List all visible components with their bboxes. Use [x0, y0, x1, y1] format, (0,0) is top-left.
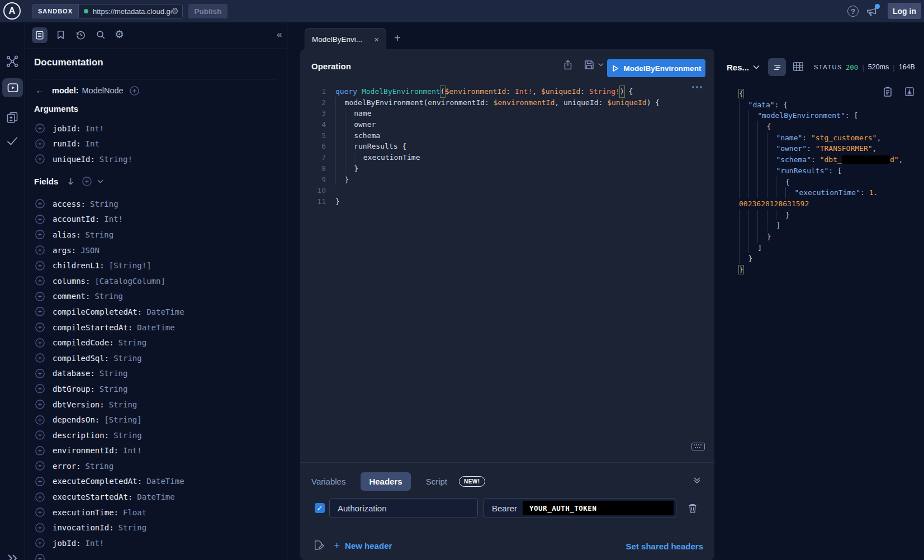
tab-script[interactable]: Script — [426, 477, 447, 486]
add-all-fields-plus-icon[interactable] — [82, 177, 92, 186]
circle-plus-icon[interactable] — [35, 353, 45, 363]
save-operation-icon[interactable] — [583, 59, 595, 71]
circle-plus-icon[interactable] — [35, 245, 45, 255]
circle-plus-icon[interactable] — [35, 461, 45, 471]
operation-collections-icon[interactable] — [6, 111, 19, 124]
doc-field-row[interactable]: accountId:Int! — [35, 212, 287, 227]
edit-headers-file-icon[interactable] — [312, 539, 325, 552]
delete-header-trash-icon[interactable] — [687, 502, 698, 514]
doc-field-row[interactable]: database:String — [35, 366, 287, 382]
code-line[interactable]: 1query ModelByEnvironment($environmentId… — [300, 86, 714, 97]
circle-plus-icon[interactable] — [35, 554, 45, 560]
help-icon[interactable]: ? — [847, 6, 859, 17]
table-view-toggle-icon[interactable] — [792, 60, 806, 74]
circle-plus-icon[interactable] — [35, 446, 45, 455]
new-tab-plus-icon[interactable]: + — [394, 32, 401, 45]
checks-icon[interactable] — [6, 134, 19, 148]
doc-field-row[interactable]: comment:String — [35, 289, 287, 305]
circle-plus-icon[interactable] — [35, 322, 45, 332]
collapse-panel-icon[interactable]: « — [277, 29, 282, 41]
code-line[interactable]: 10 — [300, 185, 714, 196]
fields-menu-chevron-icon[interactable] — [97, 179, 103, 183]
doc-field-row[interactable]: args:JSON — [35, 243, 287, 258]
doc-field-row[interactable]: alias:String — [35, 227, 287, 243]
collapse-bottom-panel-icon[interactable] — [693, 476, 701, 484]
doc-field-row[interactable]: jobId:Int! — [35, 121, 287, 136]
code-line[interactable]: 9} — [300, 174, 714, 186]
circle-plus-icon[interactable] — [35, 477, 45, 486]
circle-plus-icon[interactable] — [130, 86, 139, 96]
operation-tab[interactable]: ModelByEnvi... × — [305, 28, 386, 50]
run-operation-button[interactable]: ModelByEnvironment — [607, 59, 705, 77]
doc-field-row[interactable]: childrenL1:[String!] — [35, 258, 287, 273]
header-key-input[interactable]: Authorization — [329, 498, 478, 518]
doc-field-row[interactable]: dbtGroup:String — [35, 381, 287, 397]
circle-plus-icon[interactable] — [35, 199, 45, 208]
doc-field-row[interactable] — [35, 551, 287, 560]
code-line[interactable]: 8} — [300, 163, 714, 174]
apollo-logo-icon[interactable]: A — [3, 2, 21, 20]
code-line[interactable]: 3name — [300, 108, 714, 119]
back-arrow-icon[interactable]: ← — [35, 85, 45, 96]
circle-plus-icon[interactable] — [35, 139, 45, 149]
tab-variables[interactable]: Variables — [311, 477, 345, 486]
code-line[interactable]: 6runResults { — [300, 141, 714, 152]
endpoint-settings-gear-icon[interactable]: ⚙ — [172, 6, 179, 16]
doc-field-row[interactable]: compiledSql:String — [35, 350, 287, 366]
circle-plus-icon[interactable] — [35, 261, 45, 270]
documentation-tab-active[interactable] — [32, 27, 48, 43]
response-title[interactable]: Res... — [727, 63, 749, 72]
pretty-view-toggle-active[interactable] — [768, 58, 786, 76]
doc-field-row[interactable]: compileCompletedAt:DateTime — [35, 304, 287, 320]
header-enabled-checkbox[interactable]: ✓ — [315, 503, 325, 513]
set-shared-headers-link[interactable]: Set shared headers — [626, 542, 703, 551]
new-header-button[interactable]: + New header — [334, 539, 392, 552]
history-icon[interactable] — [75, 30, 87, 41]
doc-field-row[interactable]: dbtVersion:String — [35, 397, 287, 412]
circle-plus-icon[interactable] — [35, 507, 45, 517]
search-icon[interactable] — [96, 30, 107, 41]
doc-field-row[interactable]: executionTime:Float — [35, 505, 287, 520]
login-button[interactable]: Log in — [888, 3, 921, 19]
circle-plus-icon[interactable] — [35, 400, 45, 409]
code-line[interactable]: 5schema — [300, 130, 714, 141]
circle-plus-icon[interactable] — [35, 276, 45, 286]
circle-plus-icon[interactable] — [35, 538, 45, 548]
circle-plus-icon[interactable] — [35, 369, 45, 378]
auth-token-value[interactable]: YOUR_AUTH_TOKEN — [523, 501, 674, 515]
circle-plus-icon[interactable] — [35, 384, 45, 393]
download-response-icon[interactable] — [904, 86, 915, 97]
circle-plus-icon[interactable] — [35, 215, 45, 224]
header-value-input[interactable]: Bearer YOUR_AUTH_TOKEN — [484, 498, 676, 518]
circle-plus-icon[interactable] — [35, 292, 45, 301]
breadcrumb-type[interactable]: ModelNode — [82, 86, 124, 95]
add-field-plus-icon[interactable] — [130, 86, 139, 96]
code-line[interactable]: 7executionTime — [300, 152, 714, 163]
doc-field-row[interactable]: compileStartedAt:DateTime — [35, 320, 287, 335]
doc-field-row[interactable]: executeCompletedAt:DateTime — [35, 474, 287, 490]
close-tab-icon[interactable]: × — [374, 35, 379, 44]
circle-plus-icon[interactable] — [35, 338, 45, 348]
doc-field-row[interactable]: runId:Int — [35, 136, 287, 152]
doc-field-row[interactable]: compiledCode:String — [35, 335, 287, 350]
circle-plus-icon[interactable] — [35, 430, 45, 440]
tab-headers[interactable]: Headers — [361, 472, 410, 491]
share-operation-icon[interactable] — [562, 59, 574, 71]
code-line[interactable]: 11} — [300, 196, 714, 207]
announcements-megaphone-icon[interactable] — [865, 5, 879, 17]
response-dropdown-chevron-icon[interactable] — [753, 65, 760, 69]
circle-plus-icon[interactable] — [82, 177, 92, 186]
doc-field-row[interactable]: access:String — [35, 196, 287, 212]
circle-plus-icon[interactable] — [35, 415, 45, 425]
doc-field-row[interactable]: columns:[CatalogColumn] — [35, 273, 287, 289]
explorer-nav-active[interactable] — [2, 78, 23, 97]
doc-field-row[interactable]: jobId:Int! — [35, 535, 287, 551]
doc-field-row[interactable]: uniqueId:String! — [35, 151, 287, 167]
sort-fields-icon[interactable] — [67, 177, 75, 186]
circle-plus-icon[interactable] — [35, 307, 45, 316]
endpoint-url-input[interactable]: https://metadata.cloud.get ⚙ — [79, 4, 182, 18]
code-line[interactable]: 2modelByEnvironment(environmentId: $envi… — [300, 97, 714, 108]
keyboard-shortcuts-icon[interactable] — [691, 443, 705, 450]
settings-gear-icon[interactable]: ⚙ — [115, 28, 126, 39]
editor-overflow-menu-icon[interactable] — [692, 86, 702, 88]
